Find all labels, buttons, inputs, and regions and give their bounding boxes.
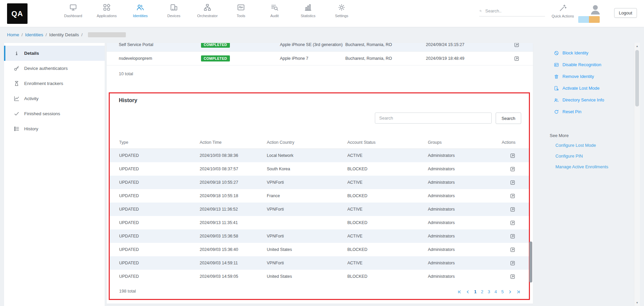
cell-time: 2024/09/18 10:55:27 <box>200 180 267 185</box>
open-history-entry-icon[interactable] <box>510 220 515 226</box>
open-history-entry-icon[interactable] <box>510 193 515 199</box>
cell-time: 2024/09/03 14:59:11 <box>200 261 267 265</box>
table-row: UPDATED 2024/09/03 15:36:40 United State… <box>110 243 529 256</box>
nav-item-dashboard[interactable]: Dashboard <box>56 3 90 18</box>
sidebar-item-enrollment-trackers[interactable]: Enrollment trackers <box>4 76 105 91</box>
key-icon <box>13 65 20 72</box>
remove-identity-action[interactable]: Remove Identity <box>550 71 638 82</box>
user-flag-indicator <box>578 16 600 23</box>
breadcrumb-separator: / <box>46 32 47 37</box>
nav-item-audit[interactable]: Audit <box>258 3 291 18</box>
table-row: UPDATED 2024/09/18 10:55:18 France BLOCK… <box>110 189 529 203</box>
open-history-entry-icon[interactable] <box>510 153 515 159</box>
disable-recognition-action[interactable]: Disable Recognition <box>550 59 638 71</box>
scroll-up-arrow[interactable]: ▲ <box>634 43 640 49</box>
open-history-entry-icon[interactable] <box>510 274 515 279</box>
scroll-down-arrow[interactable]: ▼ <box>634 300 640 305</box>
previous-page-icon[interactable] <box>466 290 470 294</box>
directory-service-info-action[interactable]: Directory Service Info <box>550 94 638 106</box>
main-nav: Dashboard Applications Identities Device… <box>56 3 358 18</box>
cell-type: UPDATED <box>119 193 200 198</box>
open-history-entry-icon[interactable] <box>510 207 515 212</box>
cell-type: UPDATED <box>119 180 200 185</box>
session-name: nsdeveloponprem <box>119 56 201 61</box>
sidebar-item-activity[interactable]: Activity <box>4 91 105 106</box>
open-history-entry-icon[interactable] <box>510 260 515 266</box>
cell-time: 2024/09/03 14:59:05 <box>200 274 267 279</box>
app-logo[interactable]: QA <box>7 3 28 24</box>
cell-status: BLOCKED <box>347 193 428 198</box>
identity-details-page: QA Dashboard Applications Identities Dev… <box>0 0 644 306</box>
table-row: UPDATED 2024/09/03 14:59:11 VPNForti ACT… <box>110 256 529 270</box>
configure-lost-mode-link[interactable]: Configure Lost Mode <box>555 143 638 148</box>
identity-sidebar: Details Device authenticators Enrollment… <box>4 43 105 306</box>
open-history-entry-icon[interactable] <box>510 247 515 253</box>
cell-type: UPDATED <box>119 167 200 171</box>
page-scrollbar-thumb[interactable] <box>635 50 639 106</box>
main-content: Self Service Portal COMPLETED Apple iPho… <box>107 43 533 304</box>
checkmark-icon <box>13 111 20 117</box>
nav-item-tools[interactable]: Tools <box>224 3 258 18</box>
nav-item-applications[interactable]: Applications <box>90 3 123 18</box>
cell-groups: Administrators <box>428 247 499 252</box>
session-location: Bucharest, Romania, RO <box>345 43 426 47</box>
action-label: Activate Lost Mode <box>562 86 600 91</box>
page-number-2[interactable]: 2 <box>481 289 483 294</box>
sidebar-item-history[interactable]: History <box>4 121 105 136</box>
nav-item-identities[interactable]: Identities <box>123 3 157 18</box>
quick-actions-button[interactable]: Quick Actions <box>551 4 575 18</box>
sidebar-item-device-authenticators[interactable]: Device authenticators <box>4 61 105 76</box>
cell-type: UPDATED <box>119 220 200 225</box>
open-session-icon[interactable] <box>514 43 519 48</box>
table-row: nsdeveloponprem COMPLETED Apple iPhone 7… <box>107 52 533 65</box>
nav-item-statistics[interactable]: Statistics <box>291 3 325 18</box>
page-scrollbar[interactable]: ▲ ▼ <box>634 43 640 306</box>
cell-time: 2024/10/03 08:37:57 <box>200 167 267 171</box>
sidebar-item-details[interactable]: Details <box>4 46 105 61</box>
nav-label: Devices <box>167 14 180 18</box>
block-identity-action[interactable]: Block Identity <box>550 47 638 59</box>
history-search-button[interactable]: Search <box>496 113 521 124</box>
first-page-icon[interactable] <box>457 290 461 294</box>
action-label: Remove Identity <box>562 74 594 79</box>
open-history-entry-icon[interactable] <box>510 233 515 239</box>
open-session-icon[interactable] <box>514 56 519 61</box>
nav-item-settings[interactable]: Settings <box>325 3 358 18</box>
page-number-3[interactable]: 3 <box>488 289 490 294</box>
logout-button[interactable]: Logout <box>614 8 637 18</box>
breadcrumb-home[interactable]: Home <box>7 32 19 37</box>
action-label: Reset Pin <box>562 109 581 114</box>
dashboard-icon <box>69 3 78 12</box>
search-input[interactable] <box>485 8 545 14</box>
trash-icon <box>554 74 559 79</box>
manage-active-enrollments-link[interactable]: Manage Active Enrollments <box>555 164 638 169</box>
page-number-5[interactable]: 5 <box>501 289 504 294</box>
sidebar-item-finished-sessions[interactable]: Finished sessions <box>4 106 105 121</box>
table-row: UPDATED 2024/09/03 15:36:58 VPNForti ACT… <box>110 229 529 243</box>
page-number-1[interactable]: 1 <box>474 289 477 294</box>
quick-actions-label: Quick Actions <box>552 14 574 18</box>
col-groups: Groups <box>428 140 499 145</box>
history-search-input[interactable] <box>375 113 492 124</box>
reset-pin-action[interactable]: Reset Pin <box>550 106 638 118</box>
open-history-entry-icon[interactable] <box>510 180 515 185</box>
nav-item-devices[interactable]: Devices <box>157 3 191 18</box>
last-page-icon[interactable] <box>516 290 521 294</box>
open-history-entry-icon[interactable] <box>510 166 515 172</box>
nav-item-orchestrator[interactable]: Orchestrator <box>191 3 224 18</box>
list-icon <box>13 126 20 132</box>
table-row: Self Service Portal COMPLETED Apple iPho… <box>107 43 533 52</box>
col-actions: Actions <box>502 140 515 145</box>
cell-status: ACTIVE <box>347 180 428 185</box>
breadcrumb-identities[interactable]: Identities <box>25 32 43 37</box>
next-page-icon[interactable] <box>508 290 512 294</box>
configure-pin-link[interactable]: Configure PIN <box>555 154 638 159</box>
user-avatar[interactable] <box>589 3 602 16</box>
top-navigation-bar: QA Dashboard Applications Identities Dev… <box>0 0 644 27</box>
avatar-icon <box>589 3 602 16</box>
activate-lost-mode-action[interactable]: Activate Lost Mode <box>550 82 638 94</box>
table-row: UPDATED 2024/09/13 11:36:52 VPNForti ACT… <box>110 203 529 216</box>
identity-actions-panel: Block Identity Disable Recognition Remov… <box>550 43 638 169</box>
page-number-4[interactable]: 4 <box>495 289 497 294</box>
content-scrollbar-thumb[interactable] <box>529 242 532 282</box>
